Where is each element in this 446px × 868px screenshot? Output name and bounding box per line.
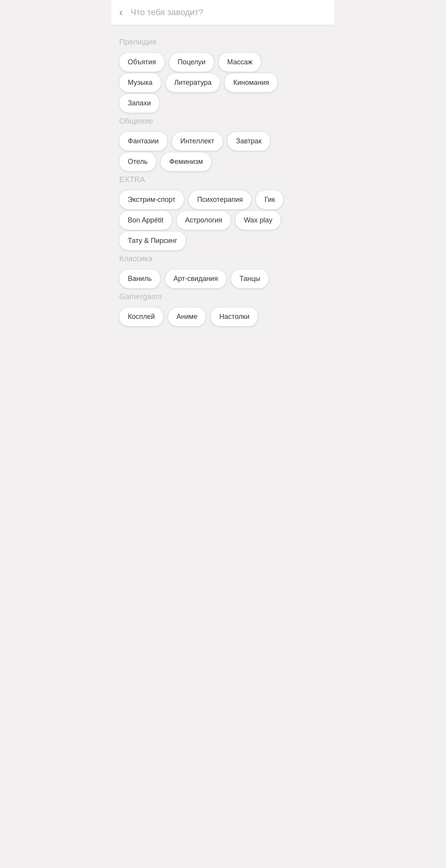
tag-button[interactable]: Настолки: [211, 307, 258, 326]
back-button[interactable]: ‹: [119, 7, 125, 18]
tag-button[interactable]: Объятия: [119, 53, 165, 72]
tag-button[interactable]: Bon Appétit: [119, 211, 172, 230]
tag-button[interactable]: Тату & Пирсинг: [119, 231, 186, 250]
tag-button[interactable]: Завтрак: [228, 132, 270, 151]
section-extra: EXTRAЭкстрим-спортПсихотерапияГикBon App…: [119, 175, 327, 250]
tag-button[interactable]: Фантазии: [119, 132, 167, 151]
tag-button[interactable]: Музыка: [119, 73, 161, 92]
section-title-extra: EXTRA: [119, 175, 327, 184]
tag-button[interactable]: Аниме: [168, 307, 206, 326]
tag-button[interactable]: Феминизм: [161, 152, 211, 171]
section-title-classic: Классика: [119, 254, 327, 263]
section-classic: КлассикаВанильАрт-свиданияТанцы: [119, 254, 327, 288]
tags-row: ВанильАрт-свиданияТанцы: [119, 269, 327, 288]
section-communication: ОбщениеФантазииИнтеллектЗавтракОтельФеми…: [119, 117, 327, 171]
tags-row: ФантазииИнтеллектЗавтрак: [119, 132, 327, 151]
section-prelude: ПрелюдияОбъятияПоцелуиМассажМузыкаЛитера…: [119, 38, 327, 113]
section-title-prelude: Прелюдия: [119, 38, 327, 46]
tag-button[interactable]: Интеллект: [172, 132, 223, 151]
section-title-gamergasm: Gamergasm: [119, 292, 327, 301]
tag-button[interactable]: Косплей: [119, 307, 163, 326]
tags-row: Bon AppétitАстрологияWax play: [119, 211, 327, 230]
page-title: Что тебя заводит?: [130, 7, 203, 17]
tag-button[interactable]: Психотерапия: [189, 190, 251, 209]
section-title-communication: Общение: [119, 117, 327, 126]
tag-button[interactable]: Отель: [119, 152, 156, 171]
section-gamergasm: GamergasmКосплейАнимеНастолки: [119, 292, 327, 326]
tags-row: Запахи: [119, 94, 327, 113]
tag-button[interactable]: Гик: [256, 190, 283, 209]
tag-button[interactable]: Литература: [166, 73, 220, 92]
tags-row: Экстрим-спортПсихотерапияГик: [119, 190, 327, 209]
tag-button[interactable]: Ваниль: [119, 269, 160, 288]
tag-button[interactable]: Киномания: [225, 73, 278, 92]
tag-button[interactable]: Wax play: [235, 211, 281, 230]
tag-button[interactable]: Массаж: [219, 53, 261, 72]
tags-row: КосплейАнимеНастолки: [119, 307, 327, 326]
tag-button[interactable]: Экстрим-спорт: [119, 190, 184, 209]
tag-button[interactable]: Запахи: [119, 94, 160, 113]
tags-row: ОбъятияПоцелуиМассаж: [119, 53, 327, 72]
tags-row: МузыкаЛитератураКиномания: [119, 73, 327, 92]
tag-button[interactable]: Танцы: [231, 269, 269, 288]
tags-row: Тату & Пирсинг: [119, 231, 327, 250]
tag-button[interactable]: Поцелуи: [169, 53, 214, 72]
tag-button[interactable]: Арт-свидания: [165, 269, 226, 288]
page-header: ‹ Что тебя заводит?: [112, 0, 334, 25]
main-content: ПрелюдияОбъятияПоцелуиМассажМузыкаЛитера…: [112, 25, 334, 346]
tags-row: ОтельФеминизм: [119, 152, 327, 171]
tag-button[interactable]: Астрология: [177, 211, 231, 230]
